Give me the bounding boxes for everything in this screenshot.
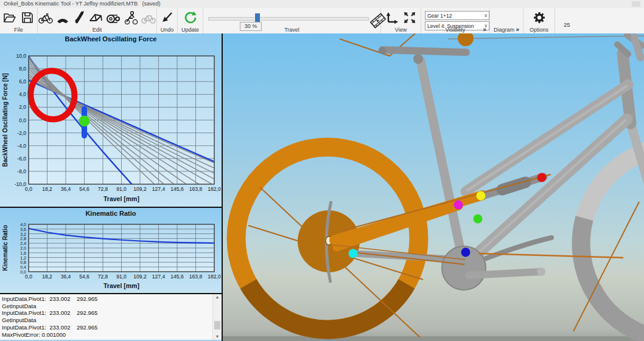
backwheel-force-plot: 0,018,236,454,672,891,0109,2127,4145,616… [0, 33, 222, 208]
toolbar-section-visibility: Gear 1+12 ∨ Level 4: Suspension ∨ Visibi… [421, 8, 490, 33]
svg-text:54,6: 54,6 [79, 186, 89, 192]
pivot-cyan[interactable] [349, 249, 358, 258]
svg-text:2,8: 2,8 [20, 236, 26, 241]
log-scrollbar[interactable]: ▲ ▼ [212, 294, 222, 340]
edit-rider-icon[interactable] [123, 10, 139, 26]
sky-and-ground [223, 33, 644, 341]
y-axis-title: BackWheel Oscillating Force [N] [2, 74, 9, 167]
log-line: GetInputData [2, 317, 212, 324]
backwheel-force-chart: BackWheel Oscillating Force 0,018,236,45… [0, 33, 222, 208]
toolbar-section-view: View [381, 8, 421, 33]
pedal-cap [537, 267, 545, 276]
pivot-blue[interactable] [461, 248, 471, 257]
diagram-more-button[interactable]: » [516, 26, 519, 33]
options-section-label: Options [523, 27, 555, 33]
toolbar-section-edit: Edit [38, 8, 157, 33]
saddle [382, 50, 466, 52]
svg-text:8,0: 8,0 [19, 66, 26, 72]
pivot-magenta[interactable] [454, 201, 463, 210]
edit-bike-icon[interactable] [38, 10, 54, 26]
kinematic-ratio-plot: 0,018,236,454,672,891,0109,2127,4145,616… [0, 208, 222, 294]
pivot-yellow[interactable] [477, 191, 486, 201]
svg-text:109,2: 109,2 [133, 274, 147, 280]
scrollbar-thumb[interactable] [214, 321, 220, 329]
y-tick-labels: 4,03,63,22,82,42,01,61,20,80,40,0 [20, 222, 26, 274]
svg-text:0,0: 0,0 [20, 270, 26, 274]
y-axis-title: Kinematic Ratio [2, 225, 9, 271]
svg-text:4,0: 4,0 [19, 91, 26, 97]
gear-select-value: Gear 1+12 [427, 13, 452, 19]
expand-arrows-icon[interactable] [402, 10, 418, 26]
move-axes-icon[interactable] [384, 10, 400, 26]
svg-text:2,0: 2,0 [19, 104, 26, 110]
svg-text:10,0: 10,0 [16, 53, 26, 59]
edit-drivetrain-icon[interactable] [105, 10, 121, 26]
iteration-counter: 25 [564, 21, 570, 28]
svg-text:2,0: 2,0 [20, 246, 26, 250]
pivot-green[interactable] [474, 215, 483, 224]
svg-text:163,8: 163,8 [189, 186, 203, 192]
svg-text:91,0: 91,0 [116, 274, 127, 280]
pivot-red[interactable] [537, 173, 547, 182]
window-title: Onkel_Bobs Kinematic Tool - YT Jeffsy mo… [4, 1, 160, 7]
visibility-more-button[interactable]: » [483, 26, 486, 33]
svg-text:91,0: 91,0 [116, 186, 127, 192]
bike-3d-render [223, 33, 644, 341]
gear-select[interactable]: Gear 1+12 ∨ [425, 11, 489, 20]
edit-section-label: Edit [38, 27, 156, 33]
log-line: InputData.Pivot1: 233.002 292.965 [2, 324, 212, 331]
svg-text:0,8: 0,8 [20, 260, 26, 264]
refresh-icon[interactable] [183, 10, 198, 26]
svg-text:145,6: 145,6 [170, 274, 184, 280]
svg-text:54,6: 54,6 [79, 274, 89, 280]
svg-text:72,8: 72,8 [98, 186, 108, 192]
svg-text:36,4: 36,4 [61, 186, 71, 192]
edit-frame-icon[interactable] [88, 10, 103, 26]
log-line: MaxPivotError: 0.001000 [2, 331, 212, 339]
svg-text:145,6: 145,6 [170, 186, 184, 192]
scrollbar-up-arrow[interactable]: ▲ [213, 294, 222, 300]
log-output-panel[interactable]: InputData.Pivot1: 233.002 292.965GetInpu… [0, 294, 222, 340]
x-tick-labels: 0,018,236,454,672,891,0109,2127,4145,616… [25, 274, 221, 280]
title-bar: Onkel_Bobs Kinematic Tool - YT Jeffsy mo… [0, 0, 644, 8]
svg-text:-10,0: -10,0 [15, 181, 27, 187]
svg-text:0,0: 0,0 [19, 117, 26, 123]
gear-icon[interactable] [531, 10, 547, 26]
open-file-icon[interactable] [2, 10, 18, 26]
toolbar-section-travel: 30 % Travel [203, 8, 381, 33]
toolbar-section-file: File [0, 8, 38, 33]
chevron-down-icon: ∨ [484, 12, 488, 20]
toolbar-section-undo: Undo [157, 8, 178, 33]
toolbar: File [0, 8, 644, 33]
svg-text:72,8: 72,8 [98, 274, 108, 280]
svg-text:6,0: 6,0 [19, 78, 26, 84]
log-lines: InputData.Pivot1: 233.002 292.965GetInpu… [2, 295, 212, 338]
kinematic-tool-window: { "window": { "title_full": "Onkel_Bobs … [0, 0, 644, 341]
view-section-label: View [381, 27, 421, 33]
edit-bike-disabled-icon[interactable] [141, 10, 156, 26]
y-tick-labels: 10,08,06,04,02,00,0-2,0-4,0-6,0-8,0-10,0 [15, 53, 27, 187]
log-line: InputData.Pivot1: 233.002 292.965 [2, 309, 212, 317]
save-file-icon[interactable] [19, 10, 35, 26]
toolbar-section-diagram: Diagram » [490, 8, 523, 33]
edit-tire-icon[interactable] [55, 10, 70, 26]
viewport-3d[interactable] [223, 33, 644, 341]
svg-text:-4,0: -4,0 [17, 143, 26, 149]
visibility-section-label: Visibility » [421, 27, 489, 33]
svg-text:36,4: 36,4 [61, 274, 71, 280]
diagram-section-label: Diagram » [490, 26, 523, 33]
svg-text:2,4: 2,4 [20, 241, 26, 246]
travel-slider-track[interactable] [208, 17, 369, 21]
svg-text:1,6: 1,6 [20, 251, 26, 255]
svg-text:127,4: 127,4 [152, 186, 166, 192]
svg-text:109,2: 109,2 [133, 186, 147, 192]
sag-marker-dot[interactable] [79, 115, 90, 126]
undo-arrow-icon[interactable] [159, 10, 175, 26]
edit-shock-icon[interactable] [72, 10, 86, 26]
svg-text:182,0: 182,0 [208, 186, 221, 192]
scrollbar-down-arrow[interactable]: ▼ [213, 334, 222, 340]
svg-text:18,2: 18,2 [42, 186, 52, 192]
svg-text:3,2: 3,2 [20, 232, 26, 236]
svg-text:-2,0: -2,0 [17, 130, 26, 136]
window-control-button[interactable] [632, 1, 640, 7]
